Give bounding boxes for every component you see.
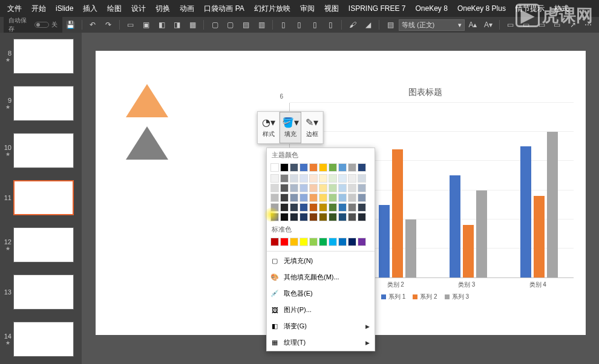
tool-icon[interactable]: ▯ (277, 18, 291, 31)
bar[interactable] (392, 149, 403, 278)
style-button[interactable]: ◔▾ 样式 (258, 112, 280, 143)
menu-item[interactable]: ISPRING FREE 7 (344, 4, 411, 13)
color-swatch[interactable] (309, 184, 318, 192)
color-swatch[interactable] (358, 193, 366, 202)
color-swatch[interactable] (338, 193, 347, 202)
menu-item[interactable]: 情节提示 (511, 4, 549, 14)
color-swatch[interactable] (290, 184, 298, 192)
tool-icon[interactable]: ▣ (139, 18, 154, 31)
color-swatch[interactable] (280, 193, 289, 202)
color-swatch[interactable] (270, 174, 279, 183)
color-swatch[interactable] (358, 174, 366, 183)
color-swatch[interactable] (319, 163, 327, 172)
menu-item[interactable]: OneKey 8 Plus (453, 4, 511, 13)
color-swatch[interactable] (290, 174, 298, 183)
tool-icon[interactable]: ▭ (519, 18, 534, 31)
color-swatch[interactable] (329, 238, 337, 246)
tool-icon[interactable]: ↗ (566, 18, 580, 31)
color-swatch[interactable] (358, 163, 366, 172)
color-swatch[interactable] (300, 203, 308, 212)
color-swatch[interactable] (338, 213, 347, 221)
no-fill-item[interactable]: ▢ 无填充(N) (267, 253, 375, 269)
slide-thumbnail[interactable]: 8★ (2, 39, 79, 74)
color-swatch[interactable] (270, 184, 279, 192)
color-swatch[interactable] (338, 238, 347, 246)
color-swatch[interactable] (319, 238, 327, 246)
menu-item[interactable]: 切换 (151, 4, 175, 14)
redo-icon[interactable]: ↷ (101, 18, 116, 31)
tool-icon[interactable]: ▭ (534, 18, 549, 31)
color-swatch[interactable] (290, 213, 298, 221)
color-swatch[interactable] (270, 193, 279, 202)
tool-icon[interactable]: ▭ (503, 18, 518, 31)
color-swatch[interactable] (329, 193, 337, 202)
tool-icon[interactable]: ▯ (307, 18, 322, 31)
tool-icon[interactable]: ▢ (223, 18, 238, 31)
color-swatch[interactable] (329, 203, 337, 212)
color-swatch[interactable] (358, 184, 366, 192)
color-swatch[interactable] (348, 174, 356, 183)
menu-item[interactable]: 视图 (319, 4, 344, 14)
slide-thumbnail[interactable]: 13 (2, 275, 79, 310)
color-swatch[interactable] (329, 174, 337, 183)
tool-icon[interactable]: ▦ (186, 18, 200, 31)
color-swatch[interactable] (338, 203, 347, 212)
color-swatch[interactable] (270, 213, 279, 221)
menu-item[interactable]: 插入 (78, 4, 102, 14)
menu-item[interactable]: 开始 (27, 4, 51, 14)
font-size-up-icon[interactable]: A▴ (466, 18, 480, 31)
slide-thumbnail[interactable]: 9★ (2, 86, 79, 121)
menu-item[interactable]: iSlide (51, 4, 78, 13)
color-swatch[interactable] (309, 163, 318, 172)
color-swatch[interactable] (348, 213, 356, 221)
undo-icon[interactable]: ↶ (86, 18, 100, 31)
save-icon[interactable]: 💾 (64, 18, 78, 31)
tool-icon[interactable]: ▤ (239, 18, 254, 31)
color-swatch[interactable] (358, 203, 366, 212)
color-swatch[interactable] (270, 238, 279, 246)
color-swatch[interactable] (290, 193, 298, 202)
color-swatch[interactable] (338, 174, 347, 183)
menu-item[interactable]: 幻灯片放映 (249, 4, 295, 14)
menu-item[interactable]: 文件 (2, 4, 27, 14)
color-swatch[interactable] (309, 174, 318, 183)
bar[interactable] (520, 146, 531, 278)
color-swatch[interactable] (300, 213, 308, 221)
color-swatch[interactable] (270, 163, 279, 172)
menu-item[interactable]: 设计 (126, 4, 151, 14)
tool-icon[interactable]: ▢ (208, 18, 222, 31)
menu-item[interactable]: 格式 (549, 4, 574, 14)
menu-item[interactable]: OneKey 8 (411, 4, 453, 13)
thumbnail-panel[interactable]: 8★9★10★1112★1314★ (0, 33, 82, 364)
color-swatch[interactable] (280, 213, 289, 221)
color-swatch[interactable] (348, 193, 356, 202)
menu-item[interactable]: 审阅 (295, 4, 319, 14)
color-swatch[interactable] (290, 203, 298, 212)
color-swatch[interactable] (290, 238, 298, 246)
color-swatch[interactable] (300, 238, 308, 246)
color-swatch[interactable] (280, 203, 289, 212)
autosave-toggle[interactable]: 自动保存 关 (4, 15, 62, 34)
slide-thumbnail[interactable]: 11 (2, 180, 79, 215)
color-swatch[interactable] (338, 163, 347, 172)
triangle-shape-orange[interactable] (126, 84, 168, 117)
color-swatch[interactable] (309, 203, 318, 212)
color-swatch[interactable] (348, 184, 356, 192)
color-swatch[interactable] (270, 203, 279, 212)
color-swatch[interactable] (309, 213, 318, 221)
color-swatch[interactable] (300, 174, 308, 183)
tool-icon[interactable]: ▥ (254, 18, 269, 31)
tool-icon[interactable]: ◢ (361, 18, 376, 31)
tool-icon[interactable]: ⋯ (581, 18, 595, 31)
bar[interactable] (547, 132, 558, 278)
color-swatch[interactable] (300, 184, 308, 192)
bar[interactable] (463, 225, 474, 278)
picture-fill-item[interactable]: 🖼 图片(P)... (267, 302, 375, 318)
color-swatch[interactable] (319, 184, 327, 192)
color-swatch[interactable] (329, 163, 337, 172)
color-swatch[interactable] (280, 174, 289, 183)
tool-icon[interactable]: ▯ (323, 18, 338, 31)
color-swatch[interactable] (319, 213, 327, 221)
bar[interactable] (405, 219, 416, 278)
bar[interactable] (379, 205, 390, 278)
